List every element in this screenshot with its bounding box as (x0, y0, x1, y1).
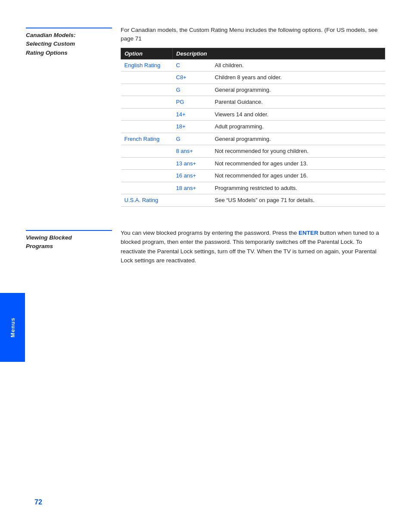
cell-option (121, 145, 173, 158)
title-viewing-line1: Viewing Blocked (26, 234, 72, 241)
cell-code: 8 ans+ (173, 145, 212, 158)
cell-option (121, 182, 173, 194)
cell-code: 18 ans+ (173, 182, 212, 194)
left-col-canadian: Canadian Models: Selecting Custom Rating… (26, 26, 121, 207)
cell-code: PG (173, 96, 212, 109)
cell-option (121, 170, 173, 182)
side-tab: Menus (0, 293, 25, 362)
table-row: English RatingCAll children. (121, 59, 385, 72)
enter-word: ENTER (299, 230, 318, 236)
cell-option (121, 157, 173, 170)
section-canadian-models: Canadian Models: Selecting Custom Rating… (26, 26, 385, 207)
section-title-viewing: Viewing Blocked Programs (26, 230, 112, 251)
title-line1: Canadian Models: (26, 32, 76, 38)
intro-text: For Canadian models, the Custom Rating M… (121, 26, 385, 44)
page-container: Canadian Models: Selecting Custom Rating… (0, 0, 411, 532)
cell-description: Viewers 14 and older. (212, 108, 385, 121)
col-header-option: Option (121, 48, 173, 59)
cell-option: English Rating (121, 59, 173, 72)
cell-option: French Rating (121, 133, 173, 145)
cell-code: G (173, 133, 212, 145)
right-col-canadian: For Canadian models, the Custom Rating M… (121, 26, 385, 207)
title-line2: Selecting Custom (26, 40, 75, 47)
cell-code: C (173, 59, 212, 72)
cell-description: General programming. (212, 133, 385, 145)
cell-option (121, 121, 173, 133)
section-viewing-blocked: Viewing Blocked Programs You can view bl… (26, 228, 385, 265)
section-title-canadian: Canadian Models: Selecting Custom Rating… (26, 28, 112, 57)
cell-description: General programming. (212, 84, 385, 96)
title-viewing-line2: Programs (26, 243, 53, 249)
table-row: 8 ans+Not recommended for young children… (121, 145, 385, 158)
table-row: 16 ans+Not recommended for ages under 16… (121, 170, 385, 182)
cell-code: 18+ (173, 121, 212, 133)
cell-description: Not recommended for young children. (212, 145, 385, 158)
cell-description: All children. (212, 59, 385, 72)
right-col-viewing: You can view blocked programs by enterin… (121, 228, 385, 265)
cell-option (121, 96, 173, 109)
cell-code: 13 ans+ (173, 157, 212, 170)
cell-code: C8+ (173, 72, 212, 84)
cell-code: 14+ (173, 108, 212, 121)
left-col-viewing: Viewing Blocked Programs (26, 228, 121, 265)
table-row: 13 ans+Not recommended for ages under 13… (121, 157, 385, 170)
body-text-viewing: You can view blocked programs by enterin… (121, 228, 385, 265)
table-row: 18+Adult programming. (121, 121, 385, 133)
cell-description: Adult programming. (212, 121, 385, 133)
cell-description: Parental Guidance. (212, 96, 385, 109)
table-row: French RatingGGeneral programming. (121, 133, 385, 145)
table-row: PGParental Guidance. (121, 96, 385, 109)
rating-table: Option Description English RatingCAll ch… (121, 48, 385, 207)
cell-description: Not recommended for ages under 13. (212, 157, 385, 170)
table-row: C8+Children 8 years and older. (121, 72, 385, 84)
body-before-enter: You can view blocked programs by enterin… (121, 230, 299, 236)
cell-description: Not recommended for ages under 16. (212, 170, 385, 182)
cell-code: G (173, 84, 212, 96)
cell-description: See “US Models” on page 71 for details. (212, 194, 385, 207)
cell-option (121, 84, 173, 96)
page-number: 72 (34, 498, 42, 506)
col-header-description: Description (173, 48, 385, 59)
table-row: U.S.A. RatingSee “US Models” on page 71 … (121, 194, 385, 207)
cell-description: Children 8 years and older. (212, 72, 385, 84)
table-header-row: Option Description (121, 48, 385, 59)
side-tab-label: Menus (9, 317, 16, 337)
table-row: 18 ans+Programming restricted to adults. (121, 182, 385, 194)
title-line3: Rating Options (26, 50, 68, 56)
cell-code (173, 194, 212, 207)
cell-option (121, 108, 173, 121)
cell-option: U.S.A. Rating (121, 194, 173, 207)
cell-description: Programming restricted to adults. (212, 182, 385, 194)
table-row: GGeneral programming. (121, 84, 385, 96)
cell-option (121, 72, 173, 84)
table-row: 14+Viewers 14 and older. (121, 108, 385, 121)
cell-code: 16 ans+ (173, 170, 212, 182)
